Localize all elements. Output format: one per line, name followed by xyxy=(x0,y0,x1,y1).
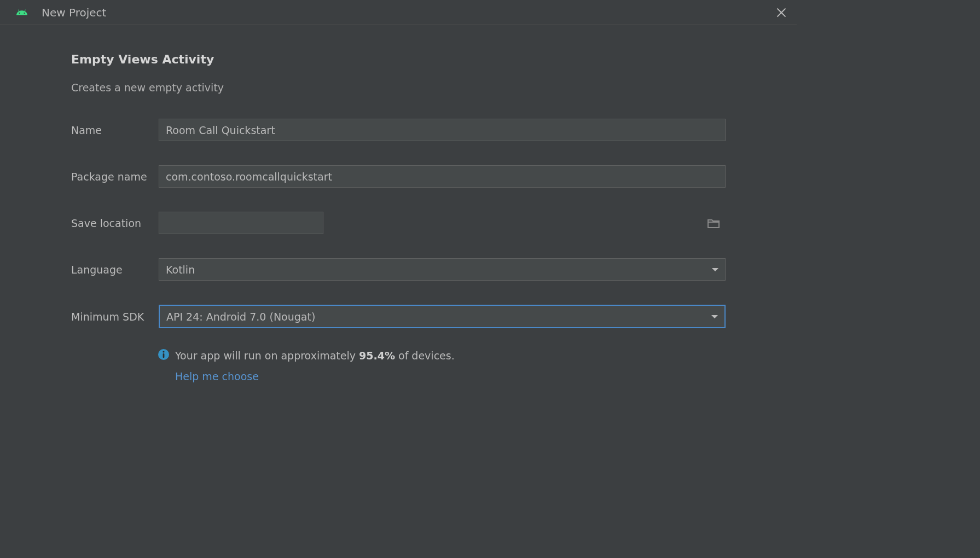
chevron-down-icon xyxy=(712,268,718,272)
package-name-label: Package name xyxy=(71,171,159,183)
chevron-down-icon xyxy=(711,315,718,319)
save-location-input[interactable] xyxy=(159,212,323,234)
help-me-choose-link[interactable]: Help me choose xyxy=(175,368,455,385)
language-select[interactable]: Kotlin xyxy=(159,258,726,281)
name-input[interactable] xyxy=(159,119,726,141)
minimum-sdk-label: Minimum SDK xyxy=(71,311,159,323)
name-label: Name xyxy=(71,124,159,136)
android-icon xyxy=(15,6,28,19)
content-area: Empty Views Activity Creates a new empty… xyxy=(0,25,797,413)
svg-marker-1 xyxy=(711,315,718,318)
close-icon xyxy=(776,7,787,18)
save-location-label: Save location xyxy=(71,217,159,229)
folder-browse-icon[interactable] xyxy=(707,218,720,229)
svg-rect-4 xyxy=(163,353,165,358)
dialog-title: New Project xyxy=(42,6,106,19)
close-button[interactable] xyxy=(776,7,787,18)
language-row: Language Kotlin xyxy=(71,258,726,281)
info-icon xyxy=(158,348,170,361)
name-row: Name xyxy=(71,119,726,141)
page-heading: Empty Views Activity xyxy=(71,53,726,66)
language-label: Language xyxy=(71,264,159,276)
save-location-row: Save location xyxy=(71,212,726,234)
minimum-sdk-row: Minimum SDK API 24: Android 7.0 (Nougat) xyxy=(71,305,726,328)
minimum-sdk-select[interactable]: API 24: Android 7.0 (Nougat) xyxy=(159,305,726,328)
sdk-info-row: Your app will run on approximately 95.4%… xyxy=(71,347,726,386)
page-subheading: Creates a new empty activity xyxy=(71,82,726,94)
minimum-sdk-select-value: API 24: Android 7.0 (Nougat) xyxy=(166,311,315,323)
sdk-info-text: Your app will run on approximately 95.4%… xyxy=(175,347,455,386)
svg-marker-0 xyxy=(712,268,718,271)
package-name-input[interactable] xyxy=(159,165,726,188)
language-select-value: Kotlin xyxy=(166,264,195,276)
package-name-row: Package name xyxy=(71,165,726,188)
titlebar: New Project xyxy=(0,0,797,25)
svg-point-3 xyxy=(163,351,164,352)
